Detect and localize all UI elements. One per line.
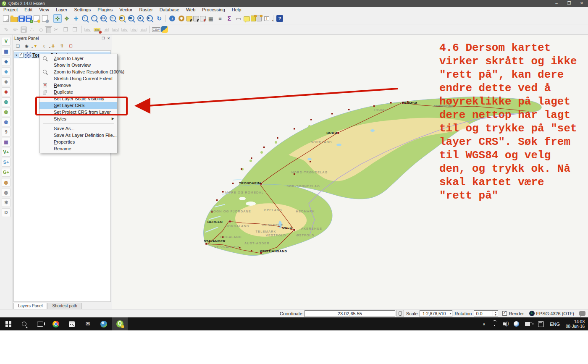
menu-help[interactable]: Help [228, 7, 245, 13]
new-temporary-layer-button[interactable]: ✱ [2, 198, 10, 207]
add-group-button[interactable]: ❏ [14, 43, 21, 50]
clock[interactable]: 14:03 08-Jun-16 [566, 319, 585, 329]
menu-project[interactable]: Project [0, 7, 21, 13]
scale-combo[interactable]: 1:2,878,510 ▾ [420, 310, 452, 317]
new-bookmark-button[interactable] [251, 16, 256, 21]
add-oracle-layer-button[interactable]: ◆ [2, 87, 10, 96]
python-console-button[interactable] [161, 26, 168, 33]
layer-checkbox[interactable] [19, 53, 24, 58]
mail-app[interactable]: ✉ [80, 317, 96, 330]
select-features-button[interactable]: ▾ [186, 16, 192, 21]
messages-icon[interactable] [579, 311, 585, 316]
menu-edit[interactable]: Edit [21, 7, 36, 13]
context-item-stretch-using-current-extent[interactable]: Stretch Using Current Extent [39, 75, 117, 82]
identify-button[interactable]: i [168, 14, 176, 23]
add-postgis-layer-button[interactable]: ◆ [2, 57, 10, 66]
rotation-spinner[interactable]: 0.0 ▲▼ [474, 310, 498, 317]
zoom-to-selection-button[interactable]: ▣ [118, 14, 126, 23]
context-item-zoom-to-layer[interactable]: Zoom to Layer [39, 55, 117, 62]
panel-tab-layers-panel[interactable]: Layers Panel [13, 303, 47, 309]
save-project-button[interactable] [18, 16, 25, 22]
language-indicator[interactable]: ENG [550, 322, 560, 327]
manage-visibility-button[interactable]: ◉▾ [23, 43, 30, 50]
chrome-app[interactable] [48, 317, 64, 330]
add-mssql-layer-button[interactable]: ◆ [2, 77, 10, 86]
menu-layer[interactable]: Layer [52, 7, 71, 13]
remove-layer-button[interactable]: ⊟ [67, 43, 74, 50]
minimize-button[interactable]: – [550, 0, 563, 7]
start-button[interactable] [0, 317, 16, 330]
label-highlight-button[interactable]: abc [93, 25, 101, 34]
text-annotation-button[interactable]: T▾ [262, 14, 271, 23]
expand-all-button[interactable]: ⇊ [50, 43, 57, 50]
deselect-features-button[interactable] [200, 16, 206, 21]
add-dxf-button[interactable]: D [2, 208, 10, 217]
calendar-app[interactable] [64, 317, 80, 330]
feature-action-button[interactable]: ✱▾ [177, 14, 186, 23]
select-by-expression-button[interactable]: ▾ [193, 16, 199, 21]
tray-chevron-icon[interactable]: ∧ [483, 322, 486, 326]
panel-tab-shortest-path[interactable]: Shortest path [47, 303, 81, 309]
zoom-to-layer-button[interactable]: ▦ [127, 14, 136, 23]
menu-database[interactable]: Database [156, 7, 183, 13]
context-item-duplicate[interactable]: Duplicate [39, 89, 117, 95]
context-item-rename[interactable]: Rename [39, 145, 117, 152]
panel-close-icon[interactable]: ✕ [107, 37, 110, 40]
add-wfs-layer-button[interactable]: ◍ [2, 118, 10, 126]
panel-float-icon[interactable]: ❐ [102, 37, 105, 40]
restore-button[interactable]: ❐ [563, 0, 575, 7]
zoom-in-button[interactable]: + [81, 14, 89, 23]
add-ows-layer-button[interactable]: ◍ [2, 178, 10, 187]
statistics-button[interactable]: Σ [225, 14, 234, 23]
coordinate-input[interactable]: 23.02,65.55 [304, 310, 395, 317]
expression-filter-button[interactable]: ε▾ [41, 43, 48, 50]
measure-button[interactable]: ▭▾ [234, 14, 243, 23]
zoom-last-button[interactable]: ◀ [136, 14, 145, 23]
crs-globe-icon[interactable] [529, 311, 535, 316]
move-map-button[interactable]: ✚ [72, 14, 80, 23]
context-item-styles[interactable]: Styles▶ [39, 115, 117, 122]
context-item-remove[interactable]: Remove [39, 82, 117, 89]
spinner-arrows-icon[interactable]: ▲▼ [493, 311, 498, 316]
zoom-out-button[interactable]: − [90, 14, 99, 23]
refresh-button[interactable]: ↻ [155, 14, 163, 23]
volume-icon[interactable] [503, 322, 508, 325]
add-wcs-layer-button[interactable]: ◍ [2, 107, 10, 116]
menu-raster[interactable]: Raster [136, 7, 156, 13]
add-vector-layer-button[interactable]: V [2, 37, 10, 46]
action-center-icon[interactable] [538, 321, 544, 327]
composer-manager-button[interactable] [42, 15, 48, 22]
onedrive-icon[interactable] [514, 321, 519, 327]
search-button[interactable] [16, 317, 32, 330]
zoom-full-button[interactable]: ◻ [109, 14, 117, 23]
layer-expand-icon[interactable]: ▾ [16, 53, 17, 57]
menu-web[interactable]: Web [183, 7, 199, 13]
zoom-next-button[interactable]: ▶ [146, 14, 154, 23]
battery-icon[interactable] [525, 322, 532, 326]
add-wms-layer-button[interactable]: ◍ [2, 97, 10, 106]
context-item-save-as[interactable]: Save As... [39, 125, 117, 132]
add-spatialite-layer-button[interactable]: ◆ [2, 67, 10, 76]
menu-plugins[interactable]: Plugins [94, 7, 116, 13]
crs-status[interactable]: EPSG:4326 (OTF) [536, 311, 574, 316]
task-view-button[interactable] [32, 317, 48, 330]
open-project-button[interactable] [10, 17, 18, 22]
pan-map-button[interactable]: ✥ [63, 14, 71, 23]
add-arcgis-layer-button[interactable]: ◍ [2, 188, 10, 197]
render-checkbox[interactable] [502, 311, 507, 316]
field-calculator-button[interactable]: ≡ [216, 14, 224, 23]
new-spatialite-button[interactable]: S+ [2, 158, 10, 167]
help-button[interactable]: ? [276, 14, 284, 23]
show-bookmarks-button[interactable] [257, 16, 262, 21]
new-shapefile-button[interactable]: V+ [2, 148, 10, 157]
collapse-all-button[interactable]: ⇈ [58, 43, 66, 50]
attribute-table-button[interactable]: ▦ [207, 14, 215, 23]
new-geopackage-button[interactable]: G+ [2, 168, 10, 177]
csw-button[interactable]: CSW [152, 25, 160, 34]
context-item-zoom-to-native-resolution-100[interactable]: Zoom to Native Resolution (100%) [39, 68, 117, 75]
new-project-button[interactable] [3, 15, 9, 22]
chevron-down-icon[interactable]: ▾ [272, 19, 273, 22]
touch-zoom-button[interactable]: ✜ [53, 14, 62, 23]
wifi-icon[interactable] [491, 322, 497, 326]
context-item-properties[interactable]: Properties [39, 139, 117, 145]
